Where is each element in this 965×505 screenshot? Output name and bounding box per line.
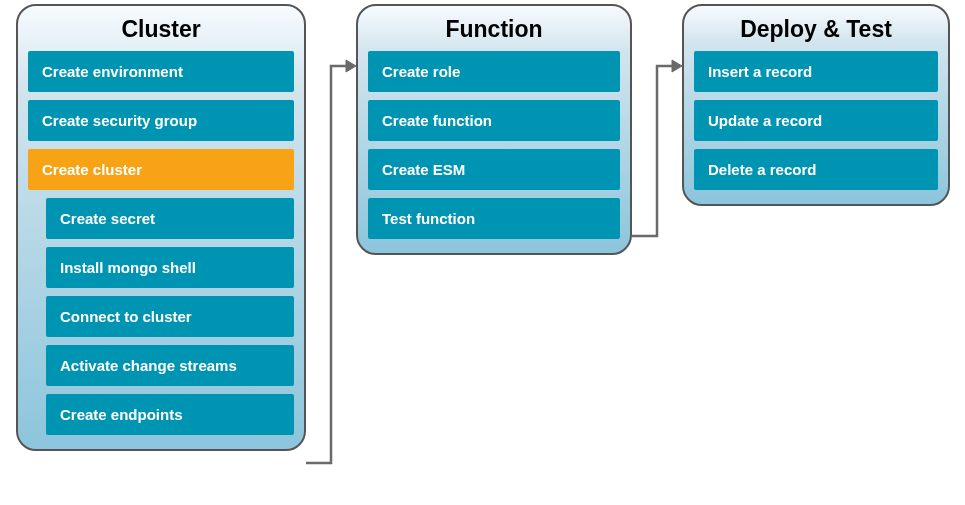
step-update-record: Update a record	[694, 100, 938, 141]
step-connect-to-cluster: Connect to cluster	[46, 296, 294, 337]
panel-cluster-title: Cluster	[28, 16, 294, 43]
panel-cluster: Cluster Create environment Create securi…	[16, 4, 306, 451]
step-test-function: Test function	[368, 198, 620, 239]
step-delete-record: Delete a record	[694, 149, 938, 190]
step-install-mongo-shell: Install mongo shell	[46, 247, 294, 288]
svg-marker-0	[346, 60, 356, 72]
step-activate-change-streams: Activate change streams	[46, 345, 294, 386]
step-create-cluster: Create cluster	[28, 149, 294, 190]
svg-marker-1	[672, 60, 682, 72]
panel-function-title: Function	[368, 16, 620, 43]
step-create-role: Create role	[368, 51, 620, 92]
step-create-esm: Create ESM	[368, 149, 620, 190]
panel-deploy: Deploy & Test Insert a record Update a r…	[682, 4, 950, 206]
arrow-cluster-to-function	[306, 56, 356, 476]
step-create-secret: Create secret	[46, 198, 294, 239]
step-create-function: Create function	[368, 100, 620, 141]
panel-function: Function Create role Create function Cre…	[356, 4, 632, 255]
step-create-endpoints: Create endpoints	[46, 394, 294, 435]
step-create-environment: Create environment	[28, 51, 294, 92]
arrow-function-to-deploy	[632, 56, 682, 256]
panel-deploy-title: Deploy & Test	[694, 16, 938, 43]
step-insert-record: Insert a record	[694, 51, 938, 92]
step-create-security-group: Create security group	[28, 100, 294, 141]
